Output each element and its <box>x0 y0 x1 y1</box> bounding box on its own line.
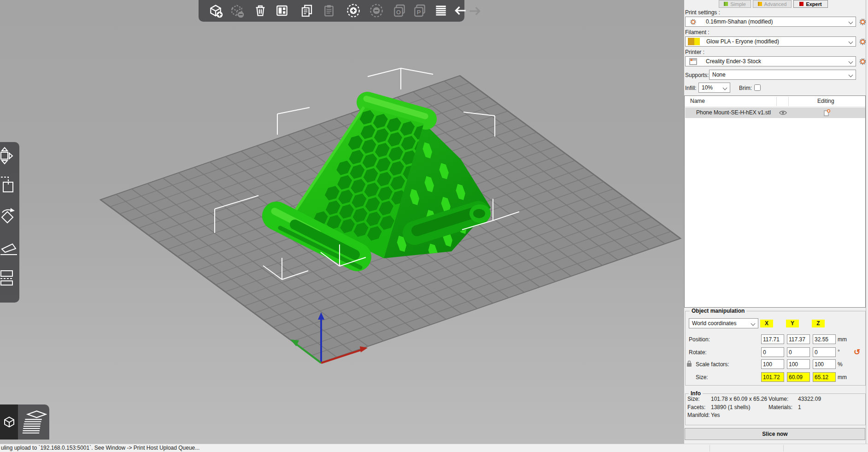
chevron-down-icon <box>849 20 853 24</box>
scene-canvas <box>0 0 684 444</box>
copy-icon[interactable] <box>299 3 314 18</box>
scale-unit: % <box>838 361 843 368</box>
size-label: Size: <box>696 374 708 381</box>
printer-dropdown[interactable]: Creality Ender-3 Stock <box>685 56 856 66</box>
filament-gear-icon[interactable] <box>859 38 867 46</box>
object-row[interactable]: Phone Mount-SE-H-hEX v1.stl <box>685 107 865 118</box>
info-materials-label: Materials: <box>768 404 792 410</box>
expert-mode-icon <box>799 2 803 6</box>
editor-view-icon <box>2 415 16 429</box>
position-z-field[interactable] <box>813 334 836 344</box>
rotate-x-field[interactable] <box>761 347 784 357</box>
split-to-objects-icon: O <box>392 3 407 18</box>
add-instance-icon[interactable] <box>346 3 361 18</box>
viewport-3d[interactable]: OP <box>0 0 684 444</box>
printer-gear-icon[interactable] <box>859 58 867 65</box>
supports-dropdown[interactable]: None <box>709 70 856 80</box>
object-list: Name Editing Phone Mount-SE-H-hEX v1.stl <box>684 95 866 308</box>
left-toolbar <box>0 142 19 303</box>
object-manipulation-title: Object manipulation <box>690 308 746 314</box>
tab-advanced[interactable]: Advanced <box>753 0 792 8</box>
info-facets-label: Facets: <box>687 404 705 410</box>
brim-checkbox[interactable] <box>754 84 761 91</box>
rotate-unit: ° <box>838 349 840 355</box>
view-toggle <box>0 404 49 440</box>
scale-z-field[interactable] <box>813 359 836 369</box>
info-size-label: Size: <box>687 396 700 402</box>
panel-divider <box>866 0 866 444</box>
object-name: Phone Mount-SE-H-hEX v1.stl <box>696 109 771 116</box>
column-name[interactable]: Name <box>690 98 705 104</box>
filament-dropdown[interactable]: Glow PLA - Eryone (modified) <box>685 36 856 47</box>
printer-icon <box>689 58 697 65</box>
object-list-header: Name Editing <box>685 96 865 107</box>
size-unit: mm <box>838 374 847 381</box>
column-editing[interactable]: Editing <box>817 98 834 104</box>
preview-view-icon <box>21 409 47 435</box>
redo-icon <box>467 4 482 18</box>
print-settings-dropdown[interactable]: 0.16mm-Shahan (modified) <box>685 17 856 27</box>
advanced-mode-icon <box>758 2 762 6</box>
status-bar: uling upload to `192.168.0.153:5001`. Se… <box>0 444 868 452</box>
supports-label: Supports: <box>685 72 709 78</box>
cut-icon[interactable] <box>0 269 19 290</box>
filament-color-swatch <box>688 38 700 45</box>
scale-y-field[interactable] <box>787 359 810 369</box>
move-icon[interactable] <box>0 147 19 167</box>
print-settings-label: Print settings : <box>685 9 720 16</box>
infill-label: Infill: <box>685 85 697 91</box>
tab-simple[interactable]: Simple <box>719 0 751 8</box>
print-profile-icon <box>690 18 697 25</box>
arrange-icon[interactable] <box>275 3 289 18</box>
undo-icon[interactable] <box>453 3 468 18</box>
info-facets-value: 13890 (1 shells) <box>711 404 750 410</box>
tab-expert[interactable]: Expert <box>793 0 828 8</box>
rotate-z-field[interactable] <box>813 347 836 357</box>
brim-label: Brim: <box>739 85 752 91</box>
rotate-icon[interactable] <box>0 207 19 227</box>
info-size-value: 101.78 x 60.09 x 65.26 <box>711 396 767 402</box>
chevron-down-icon <box>849 40 853 44</box>
delete-object-icon <box>229 3 244 18</box>
axis-x-header: X <box>760 320 773 327</box>
position-y-field[interactable] <box>787 334 810 344</box>
slice-now-button[interactable]: Slice now <box>685 428 865 440</box>
scale-label: Scale factors: <box>696 361 729 368</box>
chevron-down-icon <box>849 73 853 77</box>
settings-panel: Simple Advanced Expert Print settings : … <box>684 0 868 444</box>
position-unit: mm <box>838 336 847 343</box>
position-label: Position: <box>689 336 710 343</box>
size-y-field[interactable] <box>787 372 810 382</box>
position-x-field[interactable] <box>761 334 784 344</box>
size-z-field[interactable] <box>813 372 836 382</box>
delete-all-icon[interactable] <box>253 3 268 18</box>
place-on-face-icon[interactable] <box>0 237 19 257</box>
scale-x-field[interactable] <box>761 359 784 369</box>
info-volume-label: Volume: <box>768 396 788 402</box>
chevron-down-icon <box>723 86 727 90</box>
coordinates-dropdown[interactable]: World coordinates <box>689 318 758 328</box>
visibility-eye-icon[interactable] <box>779 110 787 116</box>
info-manifold-label: Manifold: <box>687 412 710 418</box>
scale-icon[interactable] <box>0 176 19 196</box>
variable-layer-height-icon[interactable] <box>434 3 448 18</box>
remove-instance-icon <box>369 3 384 18</box>
infill-dropdown[interactable]: 10% <box>698 83 730 93</box>
rotate-y-field[interactable] <box>787 347 810 357</box>
reset-rotation-icon[interactable]: ↻ <box>854 347 860 357</box>
scale-lock-icon[interactable] <box>686 360 692 367</box>
axis-y-header: Y <box>786 320 799 327</box>
paste-icon <box>322 3 336 18</box>
add-object-icon[interactable] <box>208 3 223 18</box>
print-settings-gear-icon[interactable] <box>859 18 867 26</box>
simple-mode-icon <box>724 2 728 6</box>
info-materials-value: 1 <box>798 404 801 410</box>
size-x-field[interactable] <box>761 372 784 382</box>
edit-object-icon[interactable] <box>823 109 830 117</box>
top-toolbar: OP <box>199 0 464 22</box>
preview-view-button[interactable] <box>19 404 49 440</box>
svg-text:O: O <box>396 9 401 16</box>
filament-label: Filament : <box>685 29 710 36</box>
editor-view-button[interactable] <box>0 404 18 440</box>
svg-text:P: P <box>417 9 421 16</box>
